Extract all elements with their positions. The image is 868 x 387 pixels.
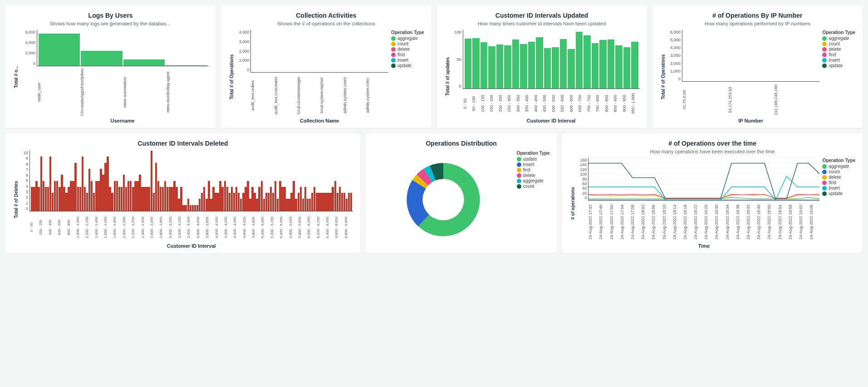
chart-bar[interactable] (268, 193, 270, 211)
chart-bar[interactable] (302, 199, 304, 211)
chart-bar[interactable] (316, 193, 318, 211)
chart-bar[interactable] (111, 193, 113, 211)
chart-bar[interactable] (39, 34, 80, 66)
chart-bar[interactable] (286, 199, 288, 211)
legend-item[interactable]: find (822, 180, 855, 185)
legend-item[interactable]: insert (822, 186, 855, 191)
legend-item[interactable]: delete (517, 173, 550, 178)
chart-bar[interactable] (263, 199, 265, 211)
chart-bar[interactable] (61, 175, 63, 211)
chart-bar[interactable] (251, 187, 253, 211)
chart-bar[interactable] (552, 47, 559, 88)
chart-bar[interactable] (568, 49, 575, 88)
chart-bar[interactable] (309, 199, 311, 211)
chart-bar[interactable] (65, 193, 67, 211)
chart-area[interactable]: Total # o… 02,0004,0006,000 main_userCN=… (13, 30, 208, 123)
legend-item[interactable]: update (822, 191, 855, 196)
chart-bar[interactable] (341, 193, 343, 211)
chart-bar[interactable] (35, 181, 37, 211)
chart-bar[interactable] (123, 59, 165, 66)
chart-bar[interactable] (275, 181, 276, 211)
chart-bar[interactable] (348, 193, 350, 211)
chart-bar[interactable] (592, 43, 599, 88)
chart-bar[interactable] (465, 39, 472, 88)
chart-bar[interactable] (102, 175, 104, 211)
legend-item[interactable]: delete (822, 47, 855, 52)
chart-bar[interactable] (203, 187, 205, 211)
chart-area[interactable]: Total # of Operations 01,0002,0003,0004,… (228, 30, 424, 123)
chart-bar[interactable] (56, 181, 58, 211)
legend-item[interactable]: count (822, 169, 855, 174)
legend-item[interactable]: delete (822, 175, 855, 180)
chart-bar[interactable] (166, 65, 207, 66)
legend-item[interactable]: insert (517, 162, 550, 167)
chart-bar[interactable] (151, 151, 152, 211)
chart-bar[interactable] (298, 193, 299, 211)
chart-bar[interactable] (504, 45, 511, 88)
chart-bar[interactable] (215, 193, 216, 211)
chart-bar[interactable] (137, 181, 138, 211)
chart-bar[interactable] (79, 187, 81, 211)
chart-bar[interactable] (167, 187, 168, 211)
chart-bar[interactable] (109, 187, 111, 211)
chart-bar[interactable] (300, 187, 302, 211)
chart-bar[interactable] (258, 187, 260, 211)
chart-bar[interactable] (208, 181, 210, 211)
chart-bar[interactable] (472, 38, 480, 88)
chart-bar[interactable] (162, 187, 164, 211)
chart-bar[interactable] (334, 181, 336, 211)
legend-item[interactable]: aggregate (822, 164, 855, 169)
chart-bar[interactable] (171, 187, 173, 211)
chart-bar[interactable] (608, 39, 615, 88)
legend-item[interactable]: aggregate (822, 36, 855, 41)
chart-bar[interactable] (512, 39, 520, 88)
chart-bar[interactable] (194, 205, 196, 211)
chart-bar[interactable] (93, 193, 95, 211)
chart-bar[interactable] (254, 193, 255, 211)
chart-bar[interactable] (91, 181, 93, 211)
chart-bar[interactable] (70, 181, 72, 211)
chart-bar[interactable] (95, 181, 97, 211)
chart-bar[interactable] (132, 187, 134, 211)
chart-bar[interactable] (256, 199, 258, 211)
chart-bar[interactable] (339, 187, 341, 211)
chart-bar[interactable] (31, 187, 33, 211)
chart-bar[interactable] (242, 193, 244, 211)
chart-bar[interactable] (295, 199, 297, 211)
chart-bar[interactable] (240, 199, 242, 211)
chart-bar[interactable] (307, 199, 309, 211)
chart-bar[interactable] (599, 40, 607, 88)
chart-bar[interactable] (265, 193, 267, 211)
chart-bar[interactable] (327, 193, 329, 211)
chart-bar[interactable] (190, 205, 191, 211)
legend-item[interactable]: insert (822, 58, 855, 63)
chart-bar[interactable] (148, 187, 150, 211)
chart-area[interactable]: # of operations 020406080100120140160 24… (569, 158, 855, 249)
chart-bar[interactable] (311, 193, 313, 211)
chart-bar[interactable] (52, 193, 54, 211)
chart-bar[interactable] (84, 187, 86, 211)
legend-item[interactable]: aggregate (391, 36, 424, 41)
chart-area[interactable]: Total # of Operations 01,0002,0003,0004,… (660, 30, 855, 123)
legend-item[interactable]: find (391, 52, 424, 57)
chart-bar[interactable] (206, 199, 207, 211)
chart-bar[interactable] (173, 181, 175, 211)
chart-bar[interactable] (33, 187, 35, 211)
chart-bar[interactable] (343, 193, 345, 211)
chart-bar[interactable] (49, 157, 51, 211)
chart-bar[interactable] (153, 193, 155, 211)
chart-bar[interactable] (192, 205, 194, 211)
chart-bar[interactable] (277, 199, 279, 211)
chart-bar[interactable] (536, 37, 543, 88)
chart-bar[interactable] (143, 187, 145, 211)
chart-bar[interactable] (201, 193, 203, 211)
chart-bar[interactable] (82, 157, 83, 211)
chart-bar[interactable] (520, 44, 527, 89)
chart-bar[interactable] (318, 193, 320, 211)
chart-bar[interactable] (98, 181, 99, 211)
chart-bar[interactable] (86, 193, 88, 211)
chart-bar[interactable] (45, 187, 47, 211)
chart-area[interactable]: Total # of updates 050100 0 - 5050 - 100… (444, 30, 640, 123)
chart-bar[interactable] (116, 181, 118, 211)
chart-bar[interactable] (325, 193, 327, 211)
